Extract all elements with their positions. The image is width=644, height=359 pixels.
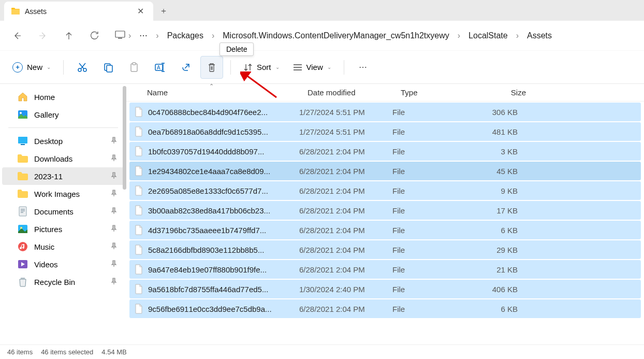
file-row[interactable]: 0ea7b68918a06a8ddfc9d1c5395...1/27/2024 … [129,122,641,141]
column-type[interactable]: Type [401,88,477,97]
rename-button[interactable]: A [149,56,171,79]
sidebar-item-2023-11[interactable]: 2023-11 [2,167,124,185]
file-size: 6 KB [469,226,518,235]
file-icon [135,284,148,294]
breadcrumb-localstate[interactable]: LocalState [463,28,513,44]
file-row[interactable]: 1b0fc0397057d19440ddd8b097...6/28/2021 2… [129,142,641,161]
file-icon [135,304,148,314]
column-date[interactable]: Date modified [308,88,401,97]
sidebar-gallery[interactable]: Gallery [2,106,124,123]
sidebar-item-desktop[interactable]: Desktop [2,132,124,150]
file-row[interactable]: 4d37196bc735aaeee1b7479ffd7...6/28/2021 … [129,221,641,239]
sort-icon [243,63,253,71]
close-tab-button[interactable]: ✕ [135,4,146,18]
file-size: 9 KB [469,186,518,195]
recycle-icon [18,277,28,286]
sidebar-item-label: Desktop [34,137,63,146]
file-row[interactable]: 5c8a2166dbfbd8903e112bb8b5...6/28/2021 2… [129,240,641,259]
plus-circle-icon: + [12,62,23,73]
svg-rect-13 [18,137,27,143]
breadcrumb-assets[interactable]: Assets [522,28,557,44]
paste-button[interactable] [123,56,145,79]
sidebar-item-music[interactable]: Music [2,238,124,255]
separator [63,60,64,75]
breadcrumbs: › ⋯ › Packages › Microsoft.Windows.Conte… [110,27,638,44]
sidebar-item-documents[interactable]: Documents [2,203,124,220]
pin-icon [111,190,117,198]
file-date: 6/28/2021 2:04 PM [299,246,392,254]
file-type: File [392,226,469,235]
copy-button[interactable] [97,56,120,79]
tab-assets[interactable]: Assets ✕ [4,2,153,21]
file-size: 45 KB [469,167,518,176]
sidebar-item-recycle-bin[interactable]: Recycle Bin [2,273,124,291]
music-icon [18,242,28,251]
delete-button[interactable] [200,56,223,79]
file-type: File [392,285,469,294]
file-size: 6 KB [469,305,518,313]
sidebar-item-label: Home [34,93,55,102]
file-date: 1/30/2024 2:40 PM [299,285,392,294]
up-button[interactable] [58,25,80,47]
tab-bar: Assets ✕ ＋ [0,0,644,21]
file-row[interactable]: 2e2695a085e8e1333cf0c6577d7...6/28/2021 … [129,181,641,200]
sidebar-item-downloads[interactable]: Downloads [2,150,124,167]
file-row[interactable]: 3b00aab82c38ed8a417bb06cb23...6/28/2021 … [129,201,641,220]
sidebar-item-pictures[interactable]: Pictures [2,220,124,238]
file-row[interactable]: 9a5618bfc7d8755ffa446ad77ed5...1/30/2024… [129,280,641,298]
file-name: 1e29434802ce1e4aaa7ca8e8d09... [148,167,299,176]
file-size: 306 KB [469,108,518,117]
chevron-right-icon[interactable]: › [126,31,133,40]
file-name: 9c56fbe6911e0cc3dd9ee7c5db9a... [148,305,299,313]
view-button[interactable]: View ⌄ [288,60,336,75]
cut-button[interactable] [71,56,94,79]
chevron-right-icon: › [514,31,521,40]
more-button[interactable]: ⋯ [352,56,374,79]
file-name: 9a5618bfc7d8755ffa446ad77ed5... [148,285,299,294]
file-icon [135,264,148,275]
chevron-right-icon: › [210,31,216,40]
svg-rect-14 [21,144,25,145]
sort-button[interactable]: Sort ⌄ [238,60,285,75]
file-icon [135,185,148,196]
status-total: 46 items [7,348,33,356]
forward-button[interactable] [32,25,54,47]
new-button[interactable]: + New ⌄ [7,59,56,76]
breadcrumb-packages[interactable]: Packages [162,28,209,44]
new-tab-button[interactable]: ＋ [153,2,174,21]
status-bar: 46 items 46 items selected 4.54 MB [0,344,644,359]
breadcrumb-overflow[interactable]: ⋯ [134,27,153,44]
chevron-down-icon: ⌄ [47,64,51,70]
separator [230,60,231,75]
back-button[interactable] [6,25,28,47]
status-selected: 46 items selected [41,348,93,356]
file-row[interactable]: 0c4706888cbec84b4d904f76ee2...1/27/2024 … [129,103,641,121]
file-size: 21 KB [469,265,518,274]
file-row[interactable]: 9a647e84eb19e07ff880b901f9fe...6/28/2021… [129,260,641,279]
file-type: File [392,147,469,156]
pin-icon [111,172,117,181]
new-label: New [27,63,42,71]
sidebar-item-label: Documents [34,207,74,216]
sidebar-home[interactable]: Home [2,88,124,106]
pin-icon [111,137,117,146]
refresh-button[interactable] [84,25,106,47]
file-date: 6/28/2021 2:04 PM [299,305,392,313]
file-size: 3 KB [469,147,518,156]
pc-icon[interactable] [115,31,125,41]
sidebar-item-videos[interactable]: Videos [2,255,124,273]
file-size: 29 KB [469,246,518,254]
sidebar-item-label: Pictures [34,225,62,234]
share-button[interactable] [174,56,197,79]
file-row[interactable]: 1e29434802ce1e4aaa7ca8e8d09...6/28/2021 … [129,162,641,180]
view-label: View [306,63,323,71]
column-name[interactable]: Name⌃ [147,88,308,97]
file-icon [135,225,148,235]
file-row[interactable]: 9c56fbe6911e0cc3dd9ee7c5db9a...6/28/2021… [129,299,641,318]
column-headers: Name⌃ Date modified Type Size [126,84,644,102]
column-size[interactable]: Size [477,88,526,97]
file-type: File [392,167,469,176]
desktop-icon [18,136,28,146]
sidebar-item-work-images[interactable]: Work Images [2,185,124,203]
breadcrumb-cdm[interactable]: Microsoft.Windows.ContentDeliveryManager… [217,28,455,44]
